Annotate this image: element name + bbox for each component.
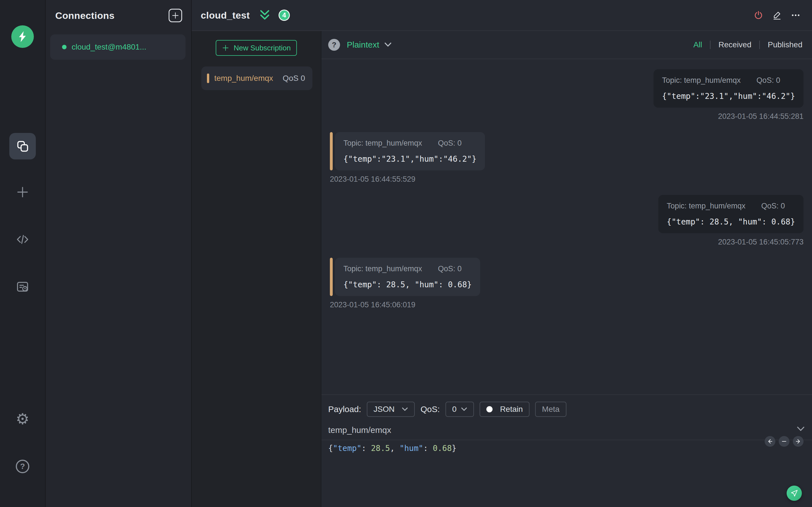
sidebar-item-help[interactable]: ? — [13, 457, 32, 475]
clear-message-button[interactable] — [779, 436, 790, 447]
payload-editor[interactable]: {"temp": 28.5, "hum": 0.68} — [321, 440, 812, 453]
filter-all[interactable]: All — [686, 41, 710, 49]
message-pager — [765, 436, 804, 447]
payload-format-help-icon[interactable]: ? — [328, 39, 340, 51]
connection-item[interactable]: cloud_test@m4801... — [50, 34, 186, 60]
plus-icon — [15, 184, 30, 200]
send-button[interactable] — [786, 486, 802, 501]
retain-dot-icon — [486, 406, 493, 412]
payload-format-selected: JSON — [373, 405, 395, 414]
message-item: Topic: temp_hum/emqx QoS: 0 {"temp": 28.… — [330, 195, 804, 246]
icon-sidebar: ⚙ ? — [0, 0, 46, 507]
message-bubble: Topic: temp_hum/emqx QoS: 0 {"temp":"23.… — [335, 132, 485, 170]
subscription-color-bar — [207, 73, 209, 83]
ellipsis-icon — [791, 10, 801, 21]
chevron-down-icon — [384, 42, 392, 47]
payload-format-dropdown[interactable]: JSON — [367, 402, 415, 417]
connections-icon — [15, 139, 30, 153]
message-accent-bar — [330, 132, 333, 170]
arrow-left-icon — [767, 438, 773, 445]
message-bubble: Topic: temp_hum/emqx QoS: 0 {"temp": 28.… — [335, 258, 480, 296]
chevron-down-icon — [402, 407, 408, 411]
message-row: Topic: temp_hum/emqx QoS: 0 {"temp":"23.… — [654, 69, 804, 108]
publish-topic-row: temp_hum/emqx — [321, 422, 812, 440]
message-topic: Topic: temp_hum/emqx — [662, 76, 741, 85]
message-topic: Topic: temp_hum/emqx — [667, 202, 746, 210]
message-qos: QoS: 0 — [438, 139, 462, 148]
message-accent-bar — [330, 258, 333, 296]
connected-status-dot — [62, 45, 66, 49]
message-meta: Topic: temp_hum/emqx QoS: 0 — [343, 265, 472, 273]
message-timestamp: 2023-01-05 16:44:55:281 — [718, 112, 804, 121]
plus-icon — [172, 12, 179, 19]
retain-toggle[interactable]: Retain — [479, 402, 529, 417]
meta-button[interactable]: Meta — [535, 402, 566, 417]
message-payload: {"temp":"23.1","hum":"46.2"} — [343, 154, 476, 164]
subscription-qos: QoS 0 — [283, 74, 305, 83]
qos-dropdown[interactable]: 0 — [446, 402, 474, 417]
message-row: Topic: temp_hum/emqx QoS: 0 {"temp":"23.… — [330, 132, 485, 170]
sidebar-item-connections[interactable] — [9, 133, 36, 159]
message-list: Topic: temp_hum/emqx QoS: 0 {"temp":"23.… — [321, 59, 812, 394]
message-topic: Topic: temp_hum/emqx — [343, 139, 422, 148]
sidebar-item-new-connection[interactable] — [13, 183, 32, 201]
payload-label: Payload: — [328, 404, 361, 414]
collapse-editor-button[interactable] — [797, 427, 805, 432]
connection-view: cloud_test 4 — [192, 0, 812, 507]
plus-icon — [222, 44, 229, 52]
collapse-panel-button[interactable] — [258, 8, 272, 22]
message-bubble: Topic: temp_hum/emqx QoS: 0 {"temp":"23.… — [654, 69, 804, 108]
payload-format-value: Plaintext — [347, 40, 379, 50]
message-meta: Topic: temp_hum/emqx QoS: 0 — [343, 139, 476, 148]
subscriptions-panel: New Subscription temp_hum/emqx QoS 0 — [192, 31, 321, 507]
pencil-icon — [772, 10, 782, 20]
unread-count-badge: 4 — [278, 10, 290, 21]
topic-input[interactable]: temp_hum/emqx — [328, 425, 391, 435]
paper-plane-icon — [790, 489, 799, 497]
connections-header: Connections — [46, 0, 191, 31]
code-icon — [15, 232, 30, 247]
arrow-right-icon — [795, 438, 802, 445]
message-item: Topic: temp_hum/emqx QoS: 0 {"temp": 28.… — [330, 258, 804, 309]
subscription-item[interactable]: temp_hum/emqx QoS 0 — [201, 66, 312, 90]
edit-connection-button[interactable] — [772, 10, 782, 20]
meta-label: Meta — [542, 405, 559, 414]
connection-topbar: cloud_test 4 — [192, 0, 812, 31]
sidebar-item-script[interactable] — [13, 230, 32, 248]
connection-name: cloud_test@m4801... — [71, 43, 146, 52]
message-filters: All Received Published — [686, 41, 802, 49]
message-item: Topic: temp_hum/emqx QoS: 0 {"temp":"23.… — [330, 132, 804, 184]
disconnect-button[interactable] — [753, 10, 763, 20]
qos-selected: 0 — [452, 405, 457, 414]
more-options-button[interactable] — [791, 10, 801, 20]
message-item: Topic: temp_hum/emqx QoS: 0 {"temp":"23.… — [330, 69, 804, 121]
sidebar-item-log[interactable] — [13, 278, 32, 296]
mqttx-logo — [11, 25, 34, 48]
log-icon — [15, 279, 30, 294]
add-connection-button[interactable] — [168, 9, 182, 22]
sidebar-item-settings[interactable]: ⚙ — [13, 410, 32, 428]
payload-format-select[interactable]: Plaintext — [347, 40, 392, 50]
message-row: Topic: temp_hum/emqx QoS: 0 {"temp": 28.… — [330, 258, 480, 296]
lightning-bolt-icon — [16, 30, 29, 43]
message-row: Topic: temp_hum/emqx QoS: 0 {"temp": 28.… — [658, 195, 804, 233]
message-payload: {"temp":"23.1","hum":"46.2"} — [662, 92, 795, 101]
message-payload: {"temp": 28.5, "hum": 0.68} — [667, 217, 795, 226]
retain-label: Retain — [500, 405, 523, 414]
filter-published[interactable]: Published — [759, 41, 802, 49]
power-icon — [753, 10, 763, 20]
chevron-down-icon — [797, 427, 805, 432]
message-qos: QoS: 0 — [438, 265, 462, 273]
connections-title: Connections — [55, 10, 114, 21]
subscription-topic: temp_hum/emqx — [214, 74, 283, 83]
filter-received[interactable]: Received — [710, 41, 759, 49]
message-timestamp: 2023-01-05 16:45:06:019 — [330, 300, 415, 309]
gear-icon: ⚙ — [16, 411, 29, 427]
connections-panel: Connections cloud_test@m4801... — [46, 0, 192, 507]
previous-message-button[interactable] — [765, 436, 775, 447]
message-qos: QoS: 0 — [756, 76, 780, 85]
next-message-button[interactable] — [793, 436, 804, 447]
messages-panel: ? Plaintext All Received Published — [321, 31, 812, 507]
new-subscription-button[interactable]: New Subscription — [216, 40, 297, 56]
message-bubble: Topic: temp_hum/emqx QoS: 0 {"temp": 28.… — [658, 195, 804, 233]
